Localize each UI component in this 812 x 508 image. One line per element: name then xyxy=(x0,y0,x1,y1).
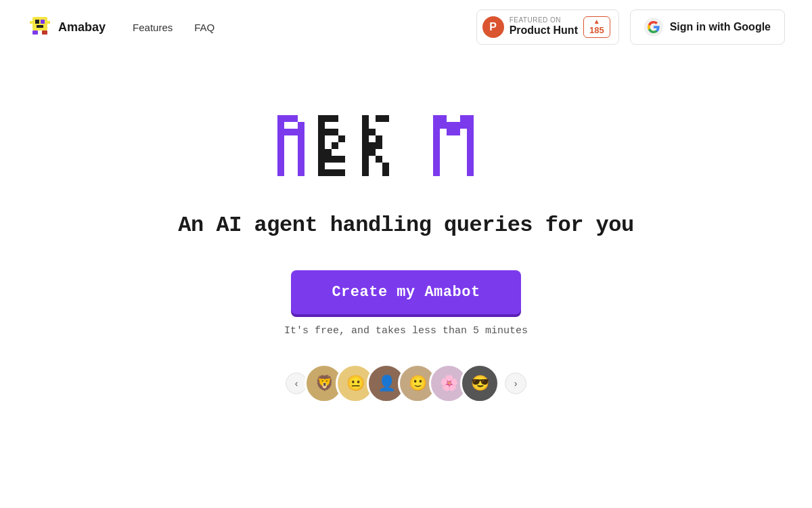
svg-rect-90 xyxy=(433,142,440,149)
svg-rect-13 xyxy=(277,129,284,135)
chevron-right-icon: › xyxy=(514,378,518,389)
svg-rect-62 xyxy=(362,163,369,169)
svg-rect-14 xyxy=(284,129,291,135)
svg-rect-12 xyxy=(298,122,304,129)
cta-subtext: It's free, and takes less than 5 minutes xyxy=(284,325,528,337)
svg-rect-54 xyxy=(338,169,345,176)
ph-icon: P xyxy=(482,16,504,38)
svg-rect-74 xyxy=(433,115,440,122)
nav-link-faq[interactable]: FAQ xyxy=(194,22,215,33)
svg-rect-71 xyxy=(376,156,382,163)
svg-rect-70 xyxy=(369,149,376,156)
svg-rect-81 xyxy=(453,122,460,129)
svg-rect-75 xyxy=(440,115,447,122)
svg-rect-91 xyxy=(467,142,474,149)
logo-text: Amabay xyxy=(58,20,106,35)
svg-rect-6 xyxy=(30,21,32,24)
cta-button[interactable]: Create my Amabot xyxy=(291,270,520,314)
svg-rect-47 xyxy=(318,142,325,149)
svg-rect-31 xyxy=(332,115,338,122)
svg-rect-8 xyxy=(277,115,284,122)
svg-rect-61 xyxy=(362,156,369,163)
svg-rect-19 xyxy=(277,142,284,149)
svg-rect-87 xyxy=(467,129,474,135)
svg-rect-52 xyxy=(325,169,332,176)
svg-rect-4 xyxy=(32,30,38,35)
svg-rect-80 xyxy=(447,122,453,129)
svg-rect-11 xyxy=(277,122,284,129)
svg-rect-1 xyxy=(35,20,39,24)
svg-rect-16 xyxy=(298,129,304,135)
svg-rect-96 xyxy=(433,163,440,169)
google-signin-button[interactable]: Sign in with Google xyxy=(630,9,785,45)
svg-rect-41 xyxy=(332,156,338,163)
svg-rect-58 xyxy=(362,135,369,142)
svg-rect-35 xyxy=(332,129,338,135)
product-hunt-badge[interactable]: P FEATURED ON Product Hunt ▲ 185 xyxy=(476,9,619,45)
svg-rect-10 xyxy=(291,115,298,122)
svg-rect-25 xyxy=(277,163,284,169)
svg-rect-56 xyxy=(362,122,369,129)
svg-rect-15 xyxy=(291,129,298,135)
svg-rect-55 xyxy=(362,115,369,122)
svg-rect-92 xyxy=(433,149,440,156)
svg-rect-57 xyxy=(362,129,369,135)
svg-rect-53 xyxy=(332,169,338,176)
svg-rect-49 xyxy=(318,156,325,163)
svg-rect-95 xyxy=(467,156,474,163)
svg-rect-23 xyxy=(277,156,284,163)
nav-links: Features FAQ xyxy=(133,22,215,33)
svg-rect-98 xyxy=(433,169,440,176)
svg-rect-24 xyxy=(298,156,304,163)
svg-rect-83 xyxy=(467,122,474,129)
svg-rect-69 xyxy=(376,142,382,149)
svg-rect-37 xyxy=(332,142,338,149)
svg-rect-26 xyxy=(298,163,304,169)
svg-rect-50 xyxy=(318,163,325,169)
svg-rect-76 xyxy=(460,115,467,122)
svg-rect-65 xyxy=(382,115,389,122)
ph-featured-label: FEATURED ON xyxy=(510,17,578,24)
avatars-section: ‹ 🦁 😐 👤 🙂 🌸 😎 › xyxy=(286,364,526,403)
svg-rect-73 xyxy=(382,169,389,176)
logo-link[interactable]: Amabay xyxy=(27,14,106,40)
svg-rect-67 xyxy=(376,135,382,142)
svg-rect-88 xyxy=(433,135,440,142)
svg-rect-43 xyxy=(318,115,325,122)
svg-rect-28 xyxy=(298,169,304,176)
svg-rect-78 xyxy=(433,122,440,129)
logo-icon xyxy=(27,14,53,40)
svg-rect-60 xyxy=(362,149,369,156)
avatar-next-button[interactable]: › xyxy=(505,373,526,394)
ask-m-svg xyxy=(271,108,541,196)
hero-title-graphic xyxy=(271,108,541,196)
svg-rect-40 xyxy=(325,156,332,163)
svg-rect-66 xyxy=(369,129,376,135)
nav-right: P FEATURED ON Product Hunt ▲ 185 Sign in… xyxy=(476,9,785,45)
ph-vote-count: 185 xyxy=(589,25,604,36)
svg-rect-59 xyxy=(362,142,369,149)
svg-rect-84 xyxy=(433,129,440,135)
hero-section: An AI agent handling queries for you Cre… xyxy=(0,54,812,403)
svg-rect-27 xyxy=(277,169,284,176)
svg-rect-3 xyxy=(37,25,43,28)
svg-rect-38 xyxy=(325,149,332,156)
hero-subtitle: An AI agent handling queries for you xyxy=(178,213,633,238)
google-icon xyxy=(644,18,663,37)
svg-rect-7 xyxy=(47,21,50,24)
svg-rect-77 xyxy=(467,115,474,122)
svg-rect-45 xyxy=(318,129,325,135)
svg-rect-9 xyxy=(284,115,291,122)
svg-rect-72 xyxy=(382,163,389,169)
nav-link-features[interactable]: Features xyxy=(133,22,173,33)
svg-rect-44 xyxy=(318,122,325,129)
svg-rect-79 xyxy=(440,122,447,129)
ph-text: FEATURED ON Product Hunt xyxy=(510,17,578,38)
svg-rect-2 xyxy=(41,20,45,24)
svg-rect-68 xyxy=(369,142,376,149)
svg-rect-46 xyxy=(318,135,325,142)
svg-rect-22 xyxy=(298,149,304,156)
svg-rect-51 xyxy=(318,169,325,176)
svg-rect-89 xyxy=(467,135,474,142)
svg-rect-64 xyxy=(376,115,382,122)
